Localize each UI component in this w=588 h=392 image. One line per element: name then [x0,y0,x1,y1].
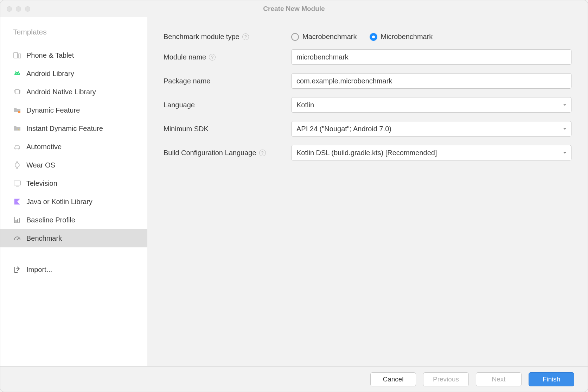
svg-rect-23 [19,218,20,222]
sidebar-item-label: Java or Kotlin Library [26,198,92,206]
folder-dynamic-icon [13,106,21,114]
sidebar-item-java-kotlin-library[interactable]: Java or Kotlin Library [0,192,147,211]
sidebar-item-benchmark[interactable]: Benchmark [0,229,147,247]
module-name-input[interactable] [291,49,571,65]
chevron-down-icon [563,101,567,109]
sidebar-item-label: Android Native Library [26,88,96,96]
sidebar-item-phone-tablet[interactable]: Phone & Tablet [0,46,147,64]
sidebar-item-label: Android Library [26,70,74,78]
sidebar-item-label: Import... [26,266,52,274]
build-config-select[interactable]: Kotlin DSL (build.gradle.kts) [Recommend… [291,145,571,160]
main-area: Templates Phone & Tablet Android Library… [0,17,588,366]
sidebar-item-label: Baseline Profile [26,216,75,224]
radio-microbenchmark[interactable]: Microbenchmark [370,33,433,41]
traffic-lights [7,6,30,12]
kotlin-icon [13,197,21,206]
label-benchmark-type: Benchmark module type ? [164,33,291,41]
svg-rect-22 [17,219,18,222]
android-icon [13,69,21,78]
form-content: Benchmark module type ? Macrobenchmark M… [147,17,588,366]
sidebar-item-label: Wear OS [26,161,55,169]
help-icon[interactable]: ? [242,33,249,40]
row-module-name: Module name ? [164,49,571,65]
svg-point-14 [15,148,17,150]
row-min-sdk: Minimum SDK API 24 ("Nougat"; Android 7.… [164,121,571,137]
label-module-name: Module name ? [164,53,291,61]
svg-rect-6 [15,90,19,94]
window-title: Create New Module [0,5,588,13]
finish-button[interactable]: Finish [529,372,574,386]
help-icon[interactable]: ? [209,54,216,61]
sidebar-item-android-library[interactable]: Android Library [0,64,147,83]
sidebar-item-import[interactable]: Import... [0,260,147,279]
sidebar-item-automotive[interactable]: Automotive [0,138,147,156]
phone-tablet-icon [13,51,21,59]
cancel-button[interactable]: Cancel [370,372,416,386]
chart-icon [13,216,21,224]
svg-rect-18 [16,167,18,169]
svg-rect-0 [14,52,18,58]
sidebar-item-instant-dynamic-feature[interactable]: Instant Dynamic Feature [0,119,147,138]
label-text: Minimum SDK [164,125,209,133]
svg-rect-1 [18,54,21,58]
zoom-window-icon[interactable] [25,6,30,12]
label-build-config: Build Configuration Language ? [164,149,291,157]
previous-button[interactable]: Previous [423,372,469,386]
car-icon [13,143,21,151]
svg-point-16 [15,163,19,167]
select-value: Kotlin [296,101,314,109]
sidebar-items: Phone & Tablet Android Library Android N… [0,43,147,279]
chevron-down-icon [563,149,567,157]
min-sdk-select[interactable]: API 24 ("Nougat"; Android 7.0) [291,121,571,137]
radio-icon [291,33,299,41]
select-value: API 24 ("Nougat"; Android 7.0) [296,125,391,133]
label-text: Module name [164,53,206,61]
svg-point-15 [18,148,19,150]
label-text: Build Configuration Language [164,149,256,157]
label-text: Benchmark module type [164,33,239,41]
next-button[interactable]: Next [476,372,522,386]
sidebar-item-baseline-profile[interactable]: Baseline Profile [0,211,147,229]
sidebar-item-dynamic-feature[interactable]: Dynamic Feature [0,101,147,119]
sidebar-item-label: Instant Dynamic Feature [26,125,103,133]
gauge-icon [13,234,21,242]
row-language: Language Kotlin [164,97,571,113]
folder-instant-icon [13,124,21,133]
sidebar-item-wear-os[interactable]: Wear OS [0,156,147,174]
svg-point-2 [16,73,17,74]
package-name-input[interactable] [291,73,571,89]
radio-label: Microbenchmark [381,33,433,41]
svg-line-4 [15,71,16,72]
chip-icon [13,88,21,96]
svg-rect-21 [15,220,17,222]
sidebar-item-label: Television [26,179,57,188]
svg-rect-13 [18,111,20,113]
minimize-window-icon[interactable] [16,6,21,12]
label-text: Package name [164,77,210,85]
row-package-name: Package name [164,73,571,89]
sidebar-item-label: Dynamic Feature [26,106,80,114]
tv-icon [13,179,21,188]
svg-line-5 [18,71,19,72]
chevron-down-icon [563,125,567,133]
sidebar-item-android-native-library[interactable]: Android Native Library [0,83,147,101]
sidebar-divider [13,254,135,254]
radio-icon [370,33,377,41]
radio-macrobenchmark[interactable]: Macrobenchmark [291,33,357,41]
select-value: Kotlin DSL (build.gradle.kts) [Recommend… [296,149,437,157]
sidebar: Templates Phone & Tablet Android Library… [0,17,147,366]
language-select[interactable]: Kotlin [291,97,571,113]
row-benchmark-type: Benchmark module type ? Macrobenchmark M… [164,33,571,41]
label-text: Language [164,101,195,109]
svg-point-25 [17,239,18,240]
row-build-config: Build Configuration Language ? Kotlin DS… [164,145,571,160]
sidebar-item-television[interactable]: Television [0,174,147,192]
help-icon[interactable]: ? [259,150,266,156]
close-window-icon[interactable] [7,6,12,12]
benchmark-type-radio-group: Macrobenchmark Microbenchmark [291,33,571,41]
sidebar-item-label: Phone & Tablet [26,51,74,59]
svg-rect-19 [14,181,20,185]
sidebar-item-label: Benchmark [26,234,62,242]
footer: Cancel Previous Next Finish [0,366,588,392]
import-icon [13,265,21,274]
